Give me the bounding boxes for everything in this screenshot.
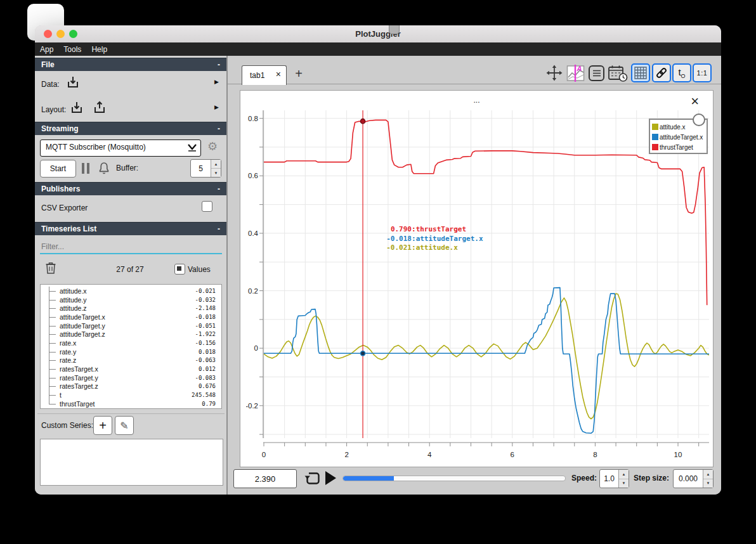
legend-toggle-icon[interactable] [693,113,705,126]
svg-text:10: 10 [674,451,682,458]
current-time-field[interactable]: 2.390 [233,469,297,488]
tab-tab1[interactable]: tab1 × [242,65,287,85]
timeseries-row[interactable]: rate.x-0.156 [41,339,221,347]
collapse-streaming-icon[interactable]: - [218,122,220,135]
svg-text:0.8: 0.8 [248,115,258,122]
timeseries-list: attitude.x-0.021attitude.y-0.032attitude… [40,284,222,409]
datetime-icon[interactable] [608,64,628,82]
step-size-stepper[interactable]: ▲▼ [703,470,713,488]
series-value: -0.021 [195,288,221,294]
csv-exporter-label: CSV Exporter [41,204,88,212]
plot-title[interactable]: ... [240,96,713,105]
filter-input[interactable] [40,238,225,254]
svg-text:0.2: 0.2 [248,287,258,295]
legend-entry[interactable]: attitudeTarget.x [652,132,707,142]
timeseries-row[interactable]: rate.z-0.063 [41,356,221,365]
notifications-bell-icon[interactable] [97,161,111,175]
streaming-settings-gear-icon[interactable]: ⚙ [207,139,218,153]
move-pan-icon[interactable] [545,64,563,82]
loop-playback-icon[interactable] [304,470,321,486]
timeseries-row[interactable]: thrustTarget0.79 [41,399,221,408]
series-value: 0.79 [202,401,221,407]
file-section-header[interactable]: File - [35,58,226,71]
plot-canvas[interactable]: 0.80.60.40.20-0.20246810 [246,110,709,467]
collapse-timeseries-icon[interactable]: - [218,223,220,235]
timeseries-section-header[interactable]: Timeseries List - [35,222,226,235]
edit-custom-series-button[interactable]: ✎ [115,416,134,435]
custom-series-list[interactable] [40,439,223,486]
layout-menu-arrow-icon[interactable]: ▶ [214,104,219,110]
data-menu-arrow-icon[interactable]: ▶ [214,79,219,85]
timeseries-row[interactable]: ratesTarget.z0.676 [41,382,221,391]
timeseries-row[interactable]: attitude.y-0.032 [41,295,221,304]
collapse-file-icon[interactable]: - [218,58,220,71]
link-time-button[interactable] [652,63,671,82]
window-title: PlotJuggler [35,29,721,39]
tabbar-divider [228,84,721,84]
save-layout-icon[interactable] [92,100,107,115]
menu-tools[interactable]: Tools [58,45,86,54]
close-tab-icon[interactable]: × [276,69,281,79]
series-value: 0.018 [199,349,221,355]
play-button[interactable] [325,471,336,485]
publishers-section-header[interactable]: Publishers - [35,182,226,195]
timeseries-row[interactable]: ratesTarget.x0.012 [41,365,221,373]
svg-text:0: 0 [262,451,266,458]
timeseries-row[interactable]: t245.548 [41,391,221,399]
series-value: -0.032 [195,297,221,303]
titlebar: PlotJuggler [35,25,721,43]
svg-text:-0.2: -0.2 [246,402,258,410]
series-name: rate.y [60,348,199,356]
values-checkbox[interactable] [174,264,185,275]
svg-text:0: 0 [254,344,258,352]
curve-editor-icon[interactable]: A [566,64,585,82]
tracker-tooltip: 0.790 : thrustTarget-0.018 : attitudeTar… [381,225,483,253]
add-custom-series-button[interactable]: + [93,416,112,435]
collapse-publishers-icon[interactable]: - [218,183,220,195]
speed-spinbox[interactable]: 1.0 ▲▼ [599,469,629,488]
grid-icon [634,67,647,79]
csv-exporter-checkbox[interactable] [202,201,212,212]
svg-text:2: 2 [344,451,348,458]
menu-help[interactable]: Help [86,45,112,54]
buffer-stepper[interactable]: ▲▼ [211,160,221,177]
start-streaming-button[interactable]: Start [40,160,76,178]
timeseries-row[interactable]: attitude.x-0.021 [41,287,221,295]
close-plot-icon[interactable]: × [691,93,699,110]
timeseries-row[interactable]: attitudeTarget.y-0.051 [41,321,221,330]
load-data-icon[interactable] [65,75,81,90]
series-value: -0.051 [195,323,221,329]
add-tab-button[interactable]: + [292,66,306,81]
speed-stepper[interactable]: ▲▼ [618,470,629,488]
timeseries-row[interactable]: attitudeTarget.x-0.018 [41,313,221,321]
legend-entry[interactable]: thrustTarget [652,142,707,152]
svg-text:8: 8 [593,451,597,458]
series-value: -0.156 [195,340,221,346]
timeseries-row[interactable]: attitude.z-2.148 [41,304,221,313]
plot-widget: ... × 0.80.60.40.20-0.20246810 attitude.… [240,90,714,467]
zoom-actual-button[interactable]: 1:1 [693,63,712,82]
series-name: ratesTarget.z [60,382,199,390]
grid-layout-button[interactable] [631,63,650,82]
streaming-section-header[interactable]: Streaming - [35,122,226,135]
svg-text:0.6: 0.6 [248,172,258,179]
filter-input-wrap [40,238,222,254]
time-slider-handle[interactable] [389,25,400,34]
chevron-down-icon [186,143,198,153]
delete-series-trash-icon[interactable] [45,261,56,275]
menu-app[interactable]: App [35,45,58,54]
timeseries-row[interactable]: rate.y0.018 [41,347,221,356]
time-slider[interactable] [342,476,566,481]
step-size-spinbox[interactable]: 0.000 ▲▼ [673,469,714,488]
series-value: -1.922 [195,331,221,337]
timeseries-row[interactable]: ratesTarget.y-0.083 [41,373,221,382]
pause-streaming-icon[interactable] [82,163,89,174]
streaming-source-select[interactable]: MQTT Subscriber (Mosquitto) [40,139,201,157]
series-name: t [60,391,192,399]
time-offset-button[interactable]: tO [672,63,691,82]
list-view-icon[interactable] [588,65,605,82]
timeseries-row[interactable]: attitudeTarget.z-1.922 [41,330,221,339]
load-layout-icon[interactable] [69,100,84,115]
svg-text:6: 6 [511,451,514,458]
buffer-spinbox[interactable]: 5 ▲▼ [190,159,221,178]
